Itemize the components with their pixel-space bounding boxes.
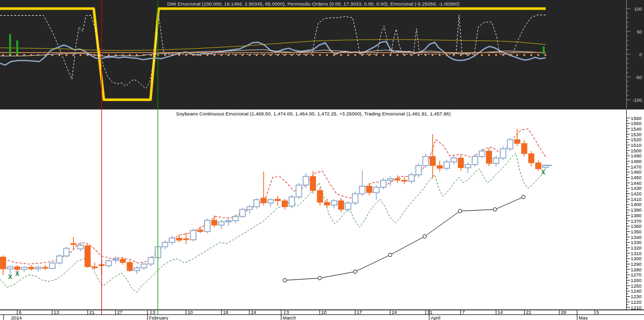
price-y-tick-label: 1480 [631,158,641,164]
candle [64,247,69,257]
price-y-tick-label: 1390 [631,207,641,213]
price-y-tick-label: 1530 [631,132,641,137]
price-y-tick-label: 1360 [631,223,641,229]
price-y-tick-label: 1220 [631,299,641,305]
price-y-tick-label: 1230 [631,294,641,299]
candle [127,261,133,272]
indicator-y-tick-label: 0 [639,52,642,57]
candle [240,208,245,218]
day-tick-label: 3 [286,309,289,315]
projection-point [283,278,287,282]
price-y-tick-label: 1490 [631,153,641,158]
day-tick-label: 21 [526,309,532,315]
indicator-y-tick-label: -50 [635,74,642,80]
candle [472,154,478,167]
price-y-tick-label: 1520 [631,137,641,142]
price-y-tick-label: 1260 [631,277,641,283]
day-tick-label: 24 [392,309,397,315]
price-y-tick-label: 1340 [631,234,641,240]
day-tick-label: 28 [561,309,566,315]
projection-point [459,209,462,213]
projection-point [423,235,427,238]
month-label: February [149,315,168,320]
price-y-tick-label: 1310 [631,251,641,256]
candle [50,262,55,269]
candle [205,219,210,233]
month-label: April [431,315,440,320]
day-tick-label: 13 [54,309,59,315]
chart-surface[interactable]: 100500-50-100XXX156015501540153015201510… [0,0,644,320]
price-y-tick-label: 1280 [631,267,641,272]
projection-point [389,253,392,257]
candle [191,228,196,242]
indicator-y-tick-label: 100 [634,6,642,12]
price-y-tick-label: 1240 [631,288,641,294]
projection-point [318,276,322,280]
price-y-tick-label: 1300 [631,256,641,261]
candle [296,183,301,199]
candle [85,244,90,268]
day-tick-label: 31 [427,309,433,315]
price-y-tick-label: 1440 [631,180,641,186]
indicator-y-tick-label: -100 [632,97,642,103]
trade-x-marker: X [8,273,12,281]
price-y-tick-label: 1290 [631,261,641,267]
candle [289,195,294,209]
month-label: March [283,315,296,320]
price-y-tick-label: 1400 [631,202,641,207]
price-y-tick-label: 1550 [631,121,641,126]
indicator-y-tick-label: 50 [636,29,642,34]
price-y-tick-label: 1330 [631,239,641,245]
day-tick-label: 24 [251,309,256,315]
day-tick-label: 6 [19,309,21,315]
day-tick-label: 10 [187,309,193,315]
candle [507,138,513,151]
price-y-tick-label: 1350 [631,229,641,234]
projection-point [494,208,497,211]
price-y-tick-label: 1270 [631,272,641,277]
price-panel-bg [0,110,644,320]
day-tick-label: 27 [117,309,123,315]
candle [353,191,358,205]
price-y-tick-label: 1460 [631,169,641,175]
price-y-tick-label: 1450 [631,175,641,180]
candle [500,147,506,161]
day-tick-label: 3 [153,309,155,315]
trade-x-marker: X [541,169,545,176]
candle [57,254,62,264]
projection-point [522,195,525,199]
price-y-tick-label: 1500 [631,148,641,153]
price-y-tick-label: 1320 [631,245,641,251]
month-label: May [579,315,588,320]
price-y-tick-label: 1540 [631,126,641,132]
price-y-axis: 1560155015401530152015101500149014801470… [627,110,642,310]
price-y-tick-label: 1370 [631,218,641,224]
price-y-tick-label: 1560 [631,115,641,121]
price-y-tick-label: 1510 [631,142,641,148]
trade-x-marker: X [15,270,19,277]
indicator-panel-bg [0,0,644,110]
price-y-tick-label: 1210 [631,305,641,310]
day-tick-label: 14 [498,309,503,315]
day-tick-label: 7 [462,309,465,315]
day-tick-label: 5 [596,309,599,315]
price-y-tick-label: 1420 [631,191,641,196]
day-tick-label: 17 [357,309,362,315]
trading-chart-window: 100500-50-100XXX156015501540153015201510… [0,0,644,320]
price-y-tick-label: 1380 [631,213,641,218]
year-label: 2014 [11,315,22,320]
day-tick-label: 21 [89,309,95,315]
price-y-tick-label: 1410 [631,196,641,202]
price-y-tick-label: 1470 [631,164,641,170]
day-tick-label: 10 [321,309,327,315]
price-y-tick-label: 1430 [631,185,641,191]
day-tick-label: 18 [223,309,229,315]
projection-point [354,270,357,273]
price-y-tick-label: 1250 [631,283,641,289]
